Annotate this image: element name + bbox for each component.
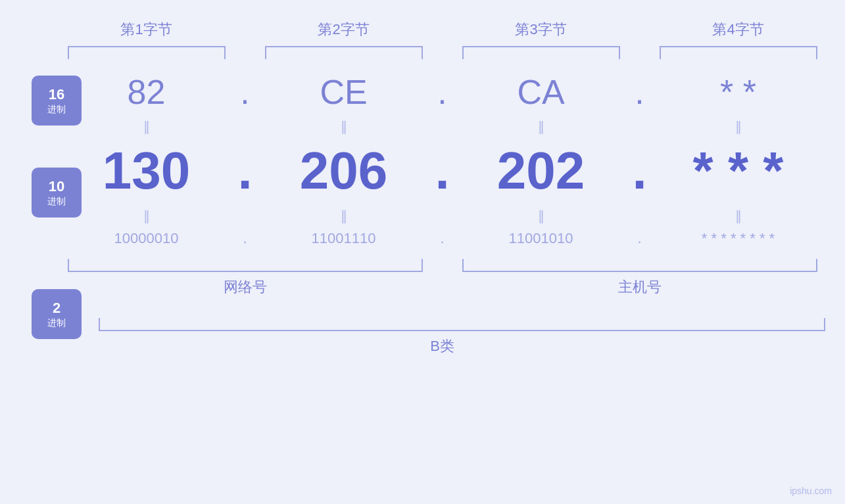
bin-unit: 进制 — [47, 317, 66, 329]
host-label: 主机号 — [462, 277, 817, 297]
b-class-label: B类 — [430, 336, 454, 356]
hex-dot-2: . — [423, 72, 462, 112]
dec-row: 130 . 206 . 202 . * * * — [68, 141, 817, 201]
eq2-2: ‖ — [265, 208, 423, 223]
eq-1: ‖ — [68, 118, 226, 134]
equals-row-1: ‖ ‖ ‖ ‖ — [68, 118, 817, 134]
b-class-row: B类 — [59, 336, 825, 356]
bottom-brackets — [59, 259, 825, 272]
bin-dot-3: . — [620, 230, 660, 247]
net-host-labels: 网络号 主机号 — [59, 277, 825, 297]
col-header-3: 第3字节 — [462, 20, 620, 39]
dec-val-3: 202 — [462, 141, 620, 201]
bin-val-4: * * * * * * * * — [660, 230, 817, 247]
hex-val-4: * * — [660, 72, 817, 112]
dec-dot-2: . — [423, 141, 462, 201]
col-header-1: 第1字节 — [68, 20, 226, 39]
col-header-2: 第2字节 — [265, 20, 423, 39]
eq2-1: ‖ — [68, 208, 226, 223]
hex-num: 16 — [49, 86, 64, 103]
bin-label: 2 进制 — [32, 289, 82, 339]
hex-dot-3: . — [620, 72, 660, 112]
big-bracket — [99, 318, 825, 331]
hex-label: 16 进制 — [32, 76, 82, 126]
bin-val-2: 11001110 — [265, 230, 423, 247]
eq-3: ‖ — [462, 118, 620, 134]
eq-4: ‖ — [660, 118, 817, 134]
network-label: 网络号 — [68, 277, 423, 297]
eq2-4: ‖ — [660, 208, 817, 223]
bin-dot-1: . — [226, 230, 265, 247]
dec-val-2: 206 — [265, 141, 423, 201]
bin-dot-2: . — [423, 230, 462, 247]
hex-val-1: 82 — [68, 72, 226, 112]
watermark: ipshu.com — [790, 486, 832, 496]
bracket-col2 — [265, 46, 423, 59]
top-brackets — [59, 46, 825, 59]
bracket-col1 — [68, 46, 226, 59]
dec-dot-1: . — [226, 141, 265, 201]
bracket-host — [462, 259, 817, 272]
hex-row: 82 . CE . CA . * * — [68, 72, 817, 112]
eq2-3: ‖ — [462, 208, 620, 223]
dec-unit: 进制 — [47, 196, 66, 207]
hex-dot-1: . — [226, 72, 265, 112]
dec-val-1: 130 — [68, 141, 226, 201]
bin-num: 2 — [53, 300, 60, 317]
hex-val-2: CE — [265, 72, 423, 112]
hex-val-3: CA — [462, 72, 620, 112]
dec-label: 10 进制 — [32, 168, 82, 218]
eq-2: ‖ — [265, 118, 423, 134]
big-bracket-container — [59, 308, 825, 331]
bin-val-1: 10000010 — [68, 230, 226, 247]
equals-row-2: ‖ ‖ ‖ ‖ — [68, 208, 817, 223]
col-header-4: 第4字节 — [660, 20, 817, 39]
main-container: 16 进制 10 进制 2 进制 第1字节 第2字节 第3字节 第4字节 82 … — [0, 0, 845, 504]
bracket-col3 — [462, 46, 620, 59]
bracket-col4 — [660, 46, 817, 59]
dec-num: 10 — [49, 178, 64, 195]
bin-val-3: 11001010 — [462, 230, 620, 247]
bracket-network — [68, 259, 423, 272]
dec-dot-3: . — [620, 141, 660, 201]
hex-unit: 进制 — [47, 104, 66, 115]
bin-row: 10000010 . 11001110 . 11001010 . * * * *… — [68, 230, 817, 247]
dec-val-4: * * * — [660, 141, 817, 201]
column-headers: 第1字节 第2字节 第3字节 第4字节 — [59, 20, 825, 39]
